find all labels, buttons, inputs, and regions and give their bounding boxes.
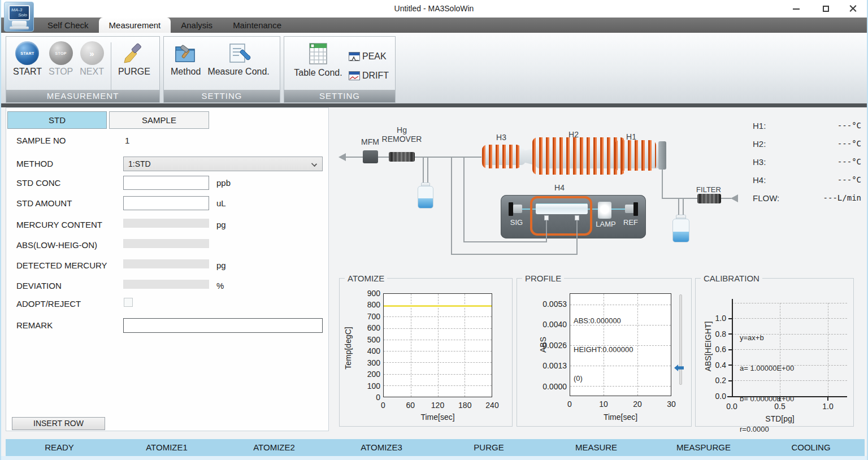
method-select-value: 1:STD [128,159,151,168]
calibration-ytick: 0.6 [709,345,726,354]
peak-button[interactable]: PEAK [349,51,389,62]
drift-label: DRIFT [362,71,389,81]
h2-label: H2 [559,130,588,139]
profile-ytick: 0.0013 [535,361,567,370]
h3-label: H3 [487,133,515,142]
table-cond-button[interactable]: Table Cond. [288,40,349,79]
purge-label: PURGE [118,67,150,77]
title-bar: Untitled - MA3SoloWin [1,0,867,18]
air-inlet-arrow-icon [731,194,738,202]
cell-port-left [544,215,549,220]
adopt-reject-checkbox[interactable] [124,298,133,307]
abs-low-heig-on-field [123,239,209,248]
profile-xtick: 20 [631,400,644,409]
purge-button[interactable]: PURGE [115,40,154,78]
filter-line-left [662,198,698,199]
profile-annotation: ABS:0.000000 HEIGHT:0.000000 (0) [574,297,633,402]
table-cond-spreadsheet-icon [307,41,329,66]
branch-a-across [451,254,578,255]
tab-maintenance[interactable]: Maintenance [223,18,292,33]
ribbon-bottom-strip [1,103,867,107]
deviation-field [123,280,209,289]
window-bottom-edge [1,456,867,460]
tab-std[interactable]: STD [7,111,107,129]
calibration-xtick: 0.0 [722,402,742,411]
close-button[interactable] [840,0,866,18]
insert-row-button[interactable]: INSERT ROW [12,417,105,430]
std-conc-input[interactable] [123,176,209,190]
tab-sample[interactable]: SAMPLE [109,111,209,129]
stop-icon: STOP [49,41,73,65]
main-content: STD SAMPLE SAMPLE NO 1 METHOD 1:STD STD … [1,107,867,439]
app-logo-monitor-body [12,21,27,27]
deviation-unit: % [216,281,224,290]
profile-xtick: 0 [563,400,576,409]
cap-down-line [662,170,663,199]
chevron-down-icon [311,161,317,167]
status-measure: MEASURE [542,439,650,456]
drift-button[interactable]: DRIFT [349,71,389,81]
tab-analysis[interactable]: Analysis [171,18,223,33]
method-button[interactable]: Method [167,40,204,78]
h3-heater-coil [482,145,522,168]
atomize-ylabel: Temp[degC] [344,306,353,390]
atomize-yticks: 900800 700600 500400 300200 1000 [359,289,380,402]
mercury-content-label: MERCURY CONTENT [16,220,102,229]
ref-detector-nub [625,205,634,213]
ribbon-group-measurement: START START STOP STOP » NEXT [6,36,160,103]
stop-button[interactable]: STOP STOP [45,40,76,78]
measure-cond-button[interactable]: Measure Cond. [204,40,272,78]
status-ready: READY [6,439,113,456]
hg-remover-icon [389,152,415,162]
h4-label: H4 [548,183,571,192]
app-logo-monitor-icon: MA-3 Solo [8,5,30,20]
measurement-cell-tube [536,203,588,214]
start-button[interactable]: START START [10,40,45,78]
branch-b-across [463,241,547,242]
next-label: NEXT [80,67,104,77]
cell-port-left-line [546,220,547,242]
profile-ytick: 0.0026 [535,341,567,350]
readout-h2: H2:---°C [753,139,861,150]
calibration-annotation: y=ax+b a= 1.00000E+00 b= 0.00000E+00 r=0… [740,313,794,455]
peak-window-icon [349,52,360,61]
maximize-button[interactable] [813,0,839,18]
profile-xlabel: Time[sec] [570,413,671,422]
status-atomize2: ATOMIZE2 [220,439,328,456]
sig-detector-bar [509,202,513,216]
abs-low-heig-on-label: ABS(LOW-HEIG-ON) [16,240,97,250]
tab-measurement[interactable]: Measurement [99,18,171,33]
std-amount-unit: uL [216,198,226,208]
next-button[interactable]: » NEXT [76,40,107,78]
branch-b-down [463,158,465,242]
atomize-chart-title: ATOMIZE [345,274,387,283]
method-select[interactable]: 1:STD [123,157,323,171]
minimize-button[interactable] [783,0,809,18]
calibration-xlabel: STD[pg] [732,414,828,423]
tab-self-check[interactable]: Self Check [37,18,99,33]
status-atomize3: ATOMIZE3 [328,439,435,456]
start-icon: START [15,41,39,65]
detected-mercury-unit: pg [216,261,226,270]
bottle1-line-b [427,158,428,185]
setting-group-caption-1: SETTING [164,90,280,102]
std-amount-input[interactable] [123,196,209,210]
calibration-ytick: 0.2 [709,376,726,385]
profile-ytick: 0.0000 [535,382,567,391]
sample-no-value: 1 [125,136,129,145]
profile-chart-title: PROFILE [522,274,564,283]
remark-label: REMARK [16,320,53,330]
close-icon [849,5,857,12]
purge-brush-icon [122,41,146,65]
calibration-xtick: 1.0 [818,402,838,411]
sig-detector-nub [513,205,522,213]
h4-heater-ring [530,196,592,236]
mercury-content-field [123,219,209,228]
remark-input[interactable] [123,318,323,333]
start-label: START [13,67,42,77]
measurement-group-caption: MEASUREMENT [6,90,159,102]
next-icon: » [80,41,104,65]
profile-scale-slider[interactable] [679,294,682,385]
ribbon-toolbar: START START STOP STOP » NEXT [1,33,867,103]
calibration-ytick: 0.4 [709,361,726,370]
